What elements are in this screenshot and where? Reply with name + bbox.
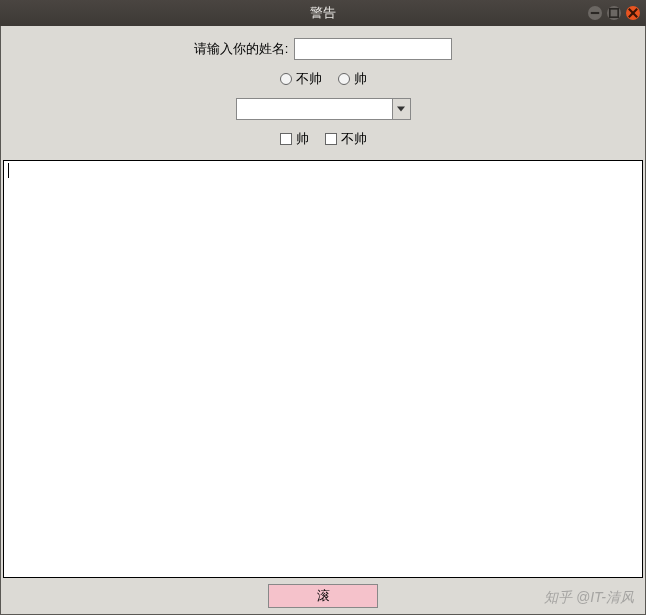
svg-rect-1 xyxy=(610,9,618,17)
radio-label: 帅 xyxy=(354,70,367,88)
checkbox-icon xyxy=(280,133,292,145)
window-title: 警告 xyxy=(310,4,336,22)
svg-marker-4 xyxy=(397,107,405,112)
text-cursor xyxy=(8,163,9,178)
radio-icon xyxy=(338,73,350,85)
maximize-icon[interactable] xyxy=(607,6,621,20)
radio-handsome[interactable]: 帅 xyxy=(338,70,367,88)
window-content: 请输入你的姓名: 不帅 帅 帅 xyxy=(0,26,646,615)
window-controls xyxy=(588,6,640,20)
titlebar: 警告 xyxy=(0,0,646,26)
checkbox-handsome[interactable]: 帅 xyxy=(280,130,309,148)
checkbox-group: 帅 不帅 xyxy=(280,130,367,148)
radio-group: 不帅 帅 xyxy=(280,70,367,88)
name-input[interactable] xyxy=(294,38,452,60)
radio-not-handsome[interactable]: 不帅 xyxy=(280,70,322,88)
combobox-dropdown-button[interactable] xyxy=(392,99,410,119)
checkbox-icon xyxy=(325,133,337,145)
radio-label: 不帅 xyxy=(296,70,322,88)
checkbox-label: 不帅 xyxy=(341,130,367,148)
chevron-down-icon xyxy=(397,106,405,112)
submit-button-label: 滚 xyxy=(317,587,330,605)
form-area: 请输入你的姓名: 不帅 帅 帅 xyxy=(1,26,645,156)
combobox[interactable] xyxy=(236,98,411,120)
checkbox-label: 帅 xyxy=(296,130,309,148)
button-row: 滚 xyxy=(1,580,645,614)
submit-button[interactable]: 滚 xyxy=(268,584,378,608)
textarea-container xyxy=(3,160,643,578)
checkbox-not-handsome[interactable]: 不帅 xyxy=(325,130,367,148)
close-icon[interactable] xyxy=(626,6,640,20)
name-label: 请输入你的姓名: xyxy=(194,40,289,58)
radio-icon xyxy=(280,73,292,85)
minimize-icon[interactable] xyxy=(588,6,602,20)
combobox-input[interactable] xyxy=(237,99,392,119)
main-textarea[interactable] xyxy=(4,161,642,577)
name-row: 请输入你的姓名: xyxy=(194,38,453,60)
